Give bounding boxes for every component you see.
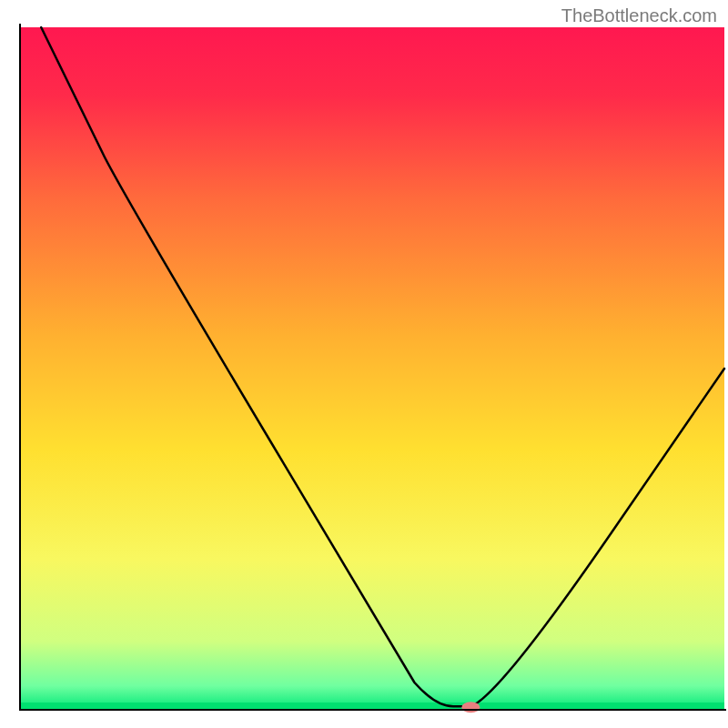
bottleneck-chart [0, 0, 728, 728]
chart-container: { "attribution": "TheBottleneck.com", "c… [0, 0, 728, 728]
attribution-text: TheBottleneck.com [561, 5, 717, 26]
optimal-marker [461, 702, 480, 713]
gradient-background [20, 27, 724, 710]
baseline-strip [20, 703, 724, 710]
